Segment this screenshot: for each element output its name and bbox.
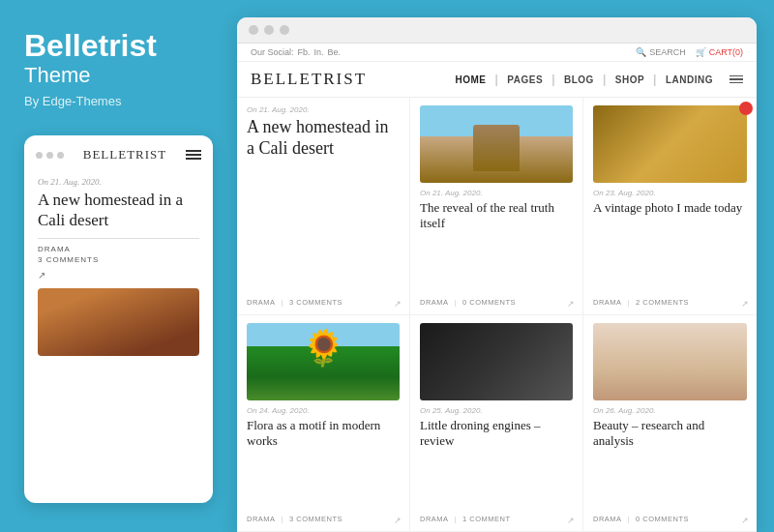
brand-by: By Edge-Themes [24, 94, 213, 108]
mobile-window-controls [36, 152, 64, 159]
card-4-image [247, 323, 400, 400]
card-6-title: Beauty – research and analysis [593, 418, 747, 450]
blog-card-2: On 21. Aug. 2020. The reveal of the real… [410, 98, 583, 315]
card-3-title: A vintage photo I made today [593, 200, 747, 216]
card-1-title: A new homestead in a Cali desert [247, 117, 400, 159]
topbar-cart[interactable]: 🛒 CART(0) [696, 47, 743, 57]
topbar-search[interactable]: 🔍 SEARCH [636, 47, 686, 57]
browser-dot-1 [249, 25, 258, 35]
nav-landing[interactable]: LANDING [658, 74, 721, 85]
mobile-logo: Belletrist [83, 147, 167, 163]
nav-blog[interactable]: BLOG [556, 74, 602, 85]
desktop-topbar: Our Social: Fb. In. Be. 🔍 SEARCH 🛒 CART(… [237, 44, 757, 62]
topbar-social: Our Social: Fb. In. Be. [251, 47, 341, 57]
blog-grid: On 21. Aug. 2020. A new homestead in a C… [237, 98, 757, 532]
card-6-tag: DRAMA [593, 515, 622, 523]
nav-sep-2: | [551, 73, 555, 86]
card-3-date: On 23. Aug. 2020. [593, 189, 747, 197]
card-4-meta: DRAMA | 3 COMMENTS [247, 515, 400, 523]
browser-dot-2 [264, 25, 274, 35]
search-icon: 🔍 [636, 47, 646, 57]
blog-card-5: On 25. Aug. 2020. Little droning engines… [410, 315, 583, 533]
card-1-sep: | [282, 298, 283, 307]
left-panel: Belletrist Theme By Edge-Themes Belletri… [0, 0, 237, 532]
mobile-mockup: Belletrist On 21. Aug. 2020. A new homes… [24, 135, 213, 503]
card-6-meta: DRAMA | 0 COMMENTS [593, 515, 747, 523]
nav-sep-3: | [603, 73, 607, 86]
card-4-link-icon[interactable]: ↗ [394, 516, 402, 525]
desktop-mockup: Our Social: Fb. In. Be. 🔍 SEARCH 🛒 CART(… [237, 17, 757, 532]
blog-card-3: On 23. Aug. 2020. A vintage photo I made… [583, 98, 757, 315]
card-2-tag: DRAMA [420, 298, 449, 307]
desktop-nav: Belletrist HOME | PAGES | BLOG | SHOP | … [237, 62, 757, 98]
topbar-fb[interactable]: Fb. [298, 47, 311, 57]
card-3-sep: | [628, 298, 630, 307]
mobile-post-date: On 21. Aug. 2020. [38, 177, 199, 187]
card-6-comments: 0 COMMENTS [636, 515, 689, 523]
mobile-post-title: A new homestead in a Cali desert [38, 191, 199, 230]
mobile-dot-2 [46, 152, 53, 159]
card-6-image [593, 323, 747, 400]
card-4-tag: DRAMA [247, 515, 276, 523]
card-1-tag: DRAMA [247, 298, 276, 307]
card-1-meta: DRAMA | 3 COMMENTS [247, 298, 400, 307]
card-3-link-icon[interactable]: ↗ [741, 299, 749, 309]
mobile-hamburger-icon[interactable] [186, 150, 201, 160]
blog-card-4: On 24. Aug. 2020. Flora as a motif in mo… [237, 315, 410, 533]
card-5-image [420, 323, 573, 400]
mobile-dot-3 [57, 152, 64, 159]
mobile-link-icon: ↗ [38, 270, 199, 281]
card-6-date: On 26. Aug. 2020. [593, 406, 747, 415]
mobile-divider [38, 238, 199, 239]
desktop-logo: Belletrist [251, 70, 367, 89]
topbar-right: 🔍 SEARCH 🛒 CART(0) [636, 47, 743, 57]
topbar-search-label: SEARCH [649, 47, 686, 57]
card-3-meta: DRAMA | 2 COMMENTS [593, 298, 747, 307]
brand-theme: Theme [24, 63, 213, 88]
mobile-thumbnail [38, 288, 199, 356]
browser-dot-3 [280, 25, 289, 35]
nav-shop[interactable]: SHOP [608, 74, 652, 85]
card-2-meta: DRAMA | 0 COMMENTS [420, 298, 573, 307]
card-5-date: On 25. Aug. 2020. [420, 406, 573, 415]
cart-icon: 🛒 [696, 47, 706, 57]
card-1-date: On 21. Aug. 2020. [247, 105, 400, 114]
mobile-comments: 3 Comments [38, 255, 199, 264]
mobile-dot-1 [36, 152, 43, 159]
blog-card-1: On 21. Aug. 2020. A new homestead in a C… [237, 98, 410, 315]
card-5-meta: DRAMA | 1 COMMENT [420, 515, 573, 523]
mobile-tag: Drama [38, 245, 199, 253]
card-6-sep: | [628, 515, 630, 523]
desktop-hamburger-icon[interactable] [729, 75, 743, 84]
card-6-link-icon[interactable]: ↗ [741, 516, 749, 525]
card-2-sep: | [455, 298, 457, 307]
topbar-in[interactable]: In. [314, 47, 324, 57]
blog-card-6: On 26. Aug. 2020. Beauty – research and … [583, 315, 757, 533]
brand-name: Belletrist [24, 29, 213, 63]
card-4-sep: | [282, 515, 283, 523]
card-2-title: The reveal of the real truth itself [420, 200, 573, 232]
browser-chrome [237, 17, 757, 44]
notification-badge [739, 102, 753, 115]
card-4-date: On 24. Aug. 2020. [247, 406, 400, 415]
card-3-tag: DRAMA [593, 298, 622, 307]
card-4-title: Flora as a motif in modern works [247, 418, 400, 450]
card-2-image [420, 105, 573, 183]
card-2-link-icon[interactable]: ↗ [567, 299, 575, 309]
topbar-social-label: Our Social: [251, 47, 294, 57]
card-1-comments: 3 COMMENTS [289, 298, 342, 307]
card-1-link-icon[interactable]: ↗ [394, 299, 402, 309]
card-2-date: On 21. Aug. 2020. [420, 189, 573, 197]
card-5-sep: | [455, 515, 457, 523]
card-5-link-icon[interactable]: ↗ [567, 516, 575, 525]
topbar-cart-label: CART(0) [709, 47, 743, 57]
nav-pages[interactable]: PAGES [499, 74, 551, 85]
card-2-comments: 0 COMMENTS [462, 298, 516, 307]
nav-home[interactable]: HOME [447, 74, 493, 85]
card-3-comments: 2 COMMENTS [636, 298, 689, 307]
card-4-comments: 3 COMMENTS [289, 515, 342, 523]
mobile-content: On 21. Aug. 2020. A new homestead in a C… [34, 172, 203, 361]
card-5-title: Little droning engines – review [420, 418, 573, 450]
nav-sep-4: | [653, 73, 657, 86]
topbar-be[interactable]: Be. [328, 47, 342, 57]
